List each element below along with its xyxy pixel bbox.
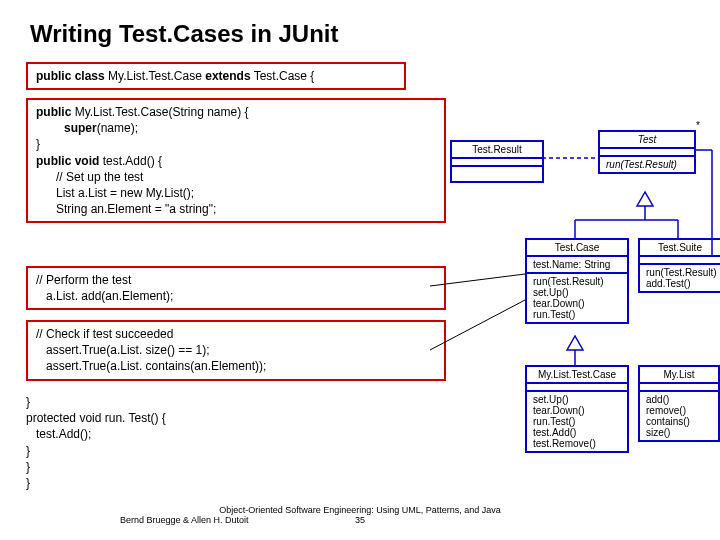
kw: protected [26,411,76,425]
uml-class-name: My.List.Test.Case [527,367,627,384]
slide-title: Writing Test.Cases in JUnit [30,20,339,48]
uml-op: run(Test.Result) [600,155,694,172]
line: // Check if test succeeded [36,326,436,342]
uml-ops: run(Test.Result) set.Up() tear.Down() ru… [527,272,627,322]
line: // Perform the test [36,272,436,288]
footer-text: Object-Oriented Software Engineering: Us… [219,505,501,515]
line: test.Add(); [26,426,166,442]
kw: public [36,154,71,168]
svg-marker-1 [637,192,653,206]
kw: void [75,154,100,168]
uml-ops [452,165,542,181]
line: } [26,394,166,410]
code-tail: } protected void run. Test() { test.Add(… [26,394,166,491]
line: } [36,136,436,152]
code-check-block: // Check if test succeeded assert.True(a… [26,320,446,381]
kw: void [79,411,101,425]
uml-testresult: Test.Result [450,140,544,183]
uml-ops: run(Test.Result) add.Test() [640,263,720,291]
line: assert.True(a.List. contains(an.Element)… [36,358,436,374]
uml-mylist: My.List add() remove() contains() size() [638,365,720,442]
uml-testcase: Test.Case test.Name: String run(Test.Res… [525,238,629,324]
code-perform-block: // Perform the test a.List. add(an.Eleme… [26,266,446,310]
line: } [26,459,166,475]
code-kw: class [75,69,105,83]
uml-class-name: Test.Suite [640,240,720,257]
code-main-block: public My.List.Test.Case(String name) { … [26,98,446,223]
uml-testsuite: Test.Suite run(Test.Result) add.Test() [638,238,720,293]
footer-page: 35 [355,515,365,525]
line: } [26,443,166,459]
line: List a.List = new My.List(); [36,185,436,201]
multiplicity-star: * [696,120,700,131]
code-kw: public [36,69,71,83]
code-kw: extends [205,69,250,83]
line: assert.True(a.List. size() == 1); [36,342,436,358]
uml-attr: test.Name: String [527,257,627,272]
svg-marker-8 [567,336,583,350]
kw: public [36,105,71,119]
line: String an.Element = "a string"; [36,201,436,217]
line: } [26,475,166,491]
footer-book: Object-Oriented Software Engineering: Us… [160,505,560,525]
kw: super [64,121,97,135]
uml-class-name: My.List [640,367,718,384]
line: // Set up the test [36,169,436,185]
code-header-block: public class My.List.Test.Case extends T… [26,62,406,90]
uml-class-name: Test [600,132,694,149]
uml-ops: add() remove() contains() size() [640,390,718,440]
uml-ops: set.Up() tear.Down() run.Test() test.Add… [527,390,627,451]
uml-test: Test run(Test.Result) [598,130,696,174]
uml-class-name: Test.Case [527,240,627,257]
uml-mylisttestcase: My.List.Test.Case set.Up() tear.Down() r… [525,365,629,453]
line: a.List. add(an.Element); [36,288,436,304]
uml-class-name: Test.Result [452,142,542,159]
